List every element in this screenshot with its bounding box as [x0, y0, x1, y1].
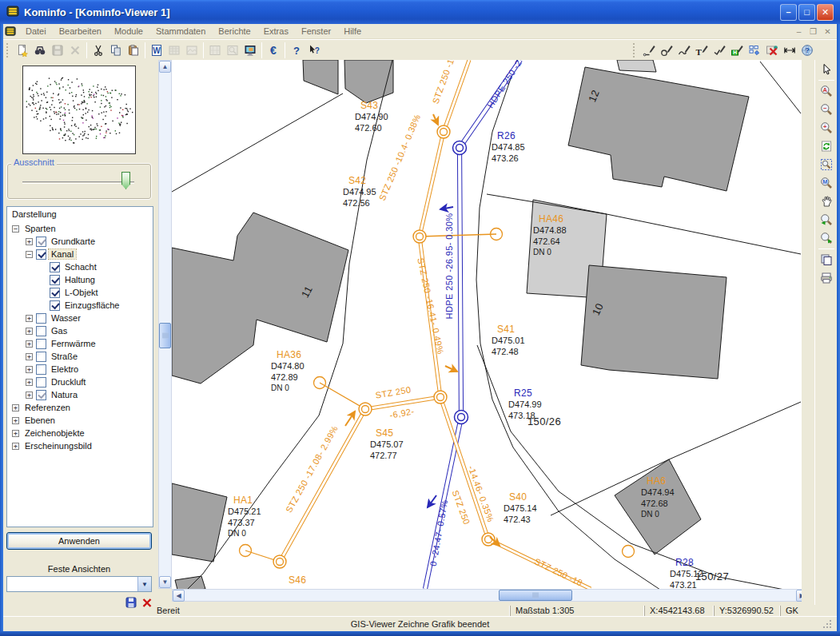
- expander-expand-icon[interactable]: +: [12, 417, 19, 424]
- expander-expand-icon[interactable]: +: [26, 238, 33, 245]
- erase-red-icon[interactable]: [763, 42, 781, 59]
- tree-item-elektro[interactable]: +Elektro: [7, 363, 153, 376]
- tree-item-label[interactable]: Gas: [49, 326, 70, 336]
- scroll-left-button[interactable]: ◀: [173, 590, 185, 602]
- print-icon[interactable]: [818, 269, 835, 287]
- menu-module[interactable]: Module: [108, 26, 149, 37]
- scroll-down-button[interactable]: ▼: [159, 576, 171, 588]
- tree-item-zeichenobjekte[interactable]: +Zeichenobjekte: [7, 427, 153, 439]
- minimize-button[interactable]: –: [780, 4, 797, 21]
- menu-extras[interactable]: Extras: [257, 26, 295, 37]
- scroll-up-button[interactable]: ▲: [159, 61, 171, 73]
- screen-copy-icon[interactable]: [241, 42, 259, 59]
- anwenden-button[interactable]: Anwenden: [6, 532, 152, 550]
- checkbox-unchecked[interactable]: [36, 352, 46, 362]
- expander-expand-icon[interactable]: +: [12, 404, 19, 411]
- find-binoculars-icon[interactable]: [31, 42, 49, 59]
- tree-item-grundkarte[interactable]: +Grundkarte: [7, 235, 153, 248]
- expander-expand-icon[interactable]: +: [26, 328, 33, 335]
- new-annotation-icon[interactable]: [14, 42, 31, 59]
- view-next-icon[interactable]: [818, 229, 835, 247]
- cut-icon[interactable]: [90, 42, 107, 59]
- overview-map[interactable]: [22, 66, 136, 154]
- view-previous-icon[interactable]: [818, 211, 835, 229]
- tree-item-haltung[interactable]: Haltung: [7, 273, 153, 286]
- euro-icon[interactable]: €: [265, 42, 282, 59]
- tree-item-label[interactable]: Wasser: [49, 313, 83, 323]
- tree-item-label[interactable]: Straße: [49, 352, 80, 361]
- word-export-icon[interactable]: W: [148, 42, 165, 59]
- tree-item-label[interactable]: Fernwärme: [49, 339, 98, 348]
- ausschnitt-slider-track[interactable]: [22, 181, 134, 184]
- maximize-button[interactable]: □: [798, 4, 815, 21]
- tree-item-erscheinungsbild[interactable]: +Erscheinungsbild: [7, 439, 153, 452]
- menu-fenster[interactable]: Fenster: [295, 26, 337, 37]
- tree-item-label[interactable]: L-Objekt: [62, 288, 101, 297]
- combobox-value[interactable]: [7, 577, 137, 591]
- chevron-down-icon[interactable]: ▼: [137, 577, 151, 591]
- mdi-restore-button[interactable]: ❐: [807, 27, 819, 36]
- draw-symbols-grid-icon[interactable]: [746, 42, 763, 59]
- copy-view-icon[interactable]: [818, 251, 835, 268]
- zoom-window-icon[interactable]: [818, 156, 835, 173]
- checkbox-checked[interactable]: [50, 288, 60, 298]
- checkbox-unchecked[interactable]: [36, 377, 46, 388]
- tree-item-stra-e[interactable]: +Straße: [7, 350, 153, 363]
- zoom-scale-m-icon[interactable]: M: [818, 174, 835, 192]
- toolbar-grip[interactable]: [6, 43, 10, 58]
- tree-item-referenzen[interactable]: +Referenzen: [7, 401, 153, 414]
- redraw-refresh-icon[interactable]: [818, 137, 835, 155]
- map-horizontal-scrollbar[interactable]: ◀ ▶: [172, 589, 809, 602]
- menu-berichte[interactable]: Berichte: [212, 26, 257, 37]
- tree-item-label[interactable]: Einzugsfläche: [62, 300, 122, 310]
- draw-circle-pen-icon[interactable]: [658, 42, 675, 59]
- tree-item-kanal[interactable]: −Kanal: [7, 248, 153, 260]
- expander-expand-icon[interactable]: +: [26, 353, 33, 360]
- tree-item-label[interactable]: Natura: [49, 390, 80, 399]
- tree-item-l-objekt[interactable]: L-Objekt: [7, 286, 153, 299]
- draw-text-pen-icon[interactable]: T: [693, 42, 711, 59]
- zoom-in-icon[interactable]: +: [818, 119, 835, 137]
- tree-item-label[interactable]: Kanal: [49, 249, 76, 259]
- help-icon[interactable]: ?: [288, 42, 305, 59]
- expander-expand-icon[interactable]: +: [12, 430, 19, 437]
- checkbox-unchecked[interactable]: [36, 364, 46, 375]
- context-help-icon[interactable]: ?: [305, 42, 323, 59]
- map-canvas[interactable]: S43D474.90472.60S42D474.95472.56R26D474.…: [172, 60, 802, 589]
- tree-item-label[interactable]: Elektro: [49, 364, 81, 374]
- pan-hand-icon[interactable]: [818, 193, 835, 210]
- paste-icon[interactable]: [125, 42, 142, 59]
- tree-item-label[interactable]: Sparten: [22, 224, 58, 233]
- checkbox-checked[interactable]: [50, 275, 60, 285]
- measure-distance-icon[interactable]: [781, 42, 798, 59]
- mdi-close-button[interactable]: ✕: [822, 27, 834, 36]
- draw-node-pen-icon[interactable]: [711, 42, 728, 59]
- checkbox-unchecked[interactable]: [36, 339, 46, 349]
- draw-curve-pen-icon[interactable]: [675, 42, 693, 59]
- horizontal-scroll-thumb[interactable]: [499, 590, 572, 601]
- save-view-icon[interactable]: [125, 596, 137, 610]
- copy-icon[interactable]: [107, 42, 125, 59]
- vertical-scroll-thumb[interactable]: [159, 323, 171, 348]
- expander-expand-icon[interactable]: +: [12, 443, 19, 450]
- checkbox-checked[interactable]: [50, 300, 60, 311]
- tree-item-wasser[interactable]: +Wasser: [7, 312, 153, 324]
- expander-collapse-icon[interactable]: −: [26, 251, 33, 258]
- close-button[interactable]: ✕: [817, 4, 834, 21]
- tree-item-einzugsfl-che[interactable]: Einzugsfläche: [7, 299, 153, 312]
- checkbox-unchecked[interactable]: [36, 326, 46, 336]
- globe-help-icon[interactable]: ?: [798, 42, 816, 59]
- tree-item-label[interactable]: Zeichenobjekte: [22, 428, 87, 438]
- tree-item-label[interactable]: Erscheinungsbild: [22, 441, 94, 451]
- cursor-select-icon[interactable]: [818, 61, 835, 78]
- tree-item-gas[interactable]: +Gas: [7, 324, 153, 337]
- tree-item-ebenen[interactable]: +Ebenen: [7, 414, 153, 427]
- tree-item-natura[interactable]: +Natura: [7, 388, 153, 401]
- mdi-minimize-button[interactable]: –: [793, 27, 805, 36]
- menu-bearbeiten[interactable]: Bearbeiten: [53, 26, 108, 37]
- expander-collapse-icon[interactable]: −: [12, 225, 19, 233]
- feste-ansichten-combobox[interactable]: ▼: [6, 576, 152, 592]
- expander-expand-icon[interactable]: +: [26, 379, 33, 386]
- tree-item-label[interactable]: Schacht: [62, 262, 99, 272]
- checkbox-checked[interactable]: [50, 262, 60, 272]
